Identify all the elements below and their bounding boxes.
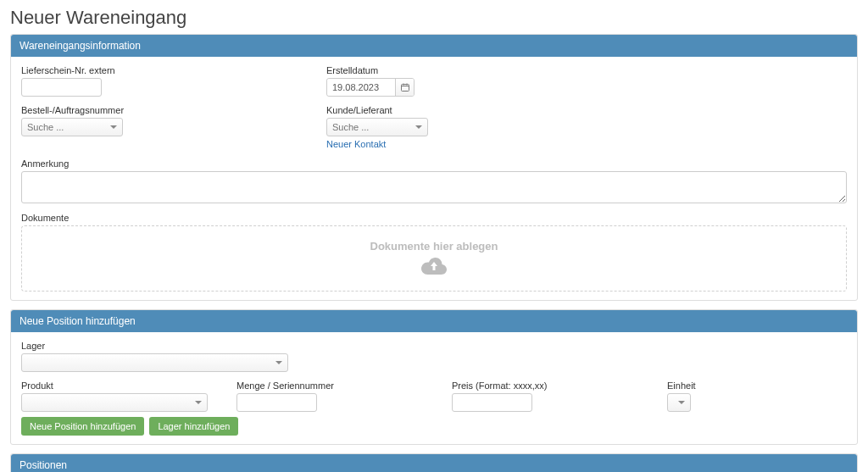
einheit-select[interactable] xyxy=(667,393,691,412)
panel-neue-position-header: Neue Position hinzufügen xyxy=(11,310,857,332)
chevron-down-icon xyxy=(195,401,202,404)
menge-input[interactable] xyxy=(236,393,317,412)
chevron-down-icon xyxy=(110,125,117,129)
panel-positionen-header: Positionen xyxy=(11,454,857,472)
kunde-select[interactable]: Suche ... xyxy=(326,118,428,136)
panel-positionen: Positionen Keine Positionen vorhanden Au… xyxy=(10,453,858,472)
preis-input[interactable] xyxy=(452,393,532,412)
svg-rect-0 xyxy=(401,85,409,92)
field-kunde: Kunde/Lieferant Suche ... Neuer Kontakt xyxy=(326,105,428,150)
kunde-placeholder: Suche ... xyxy=(332,122,369,132)
lager-label: Lager xyxy=(21,341,288,351)
panel-wareneingang-info: Wareneingangsinformation Lieferschein-Nr… xyxy=(10,34,858,301)
anmerkung-label: Anmerkung xyxy=(21,158,847,169)
dropzone-text: Dokumente hier ablegen xyxy=(370,240,498,253)
calendar-icon[interactable] xyxy=(395,79,414,96)
add-position-button[interactable]: Neue Position hinzufügen xyxy=(21,417,144,436)
chevron-down-icon xyxy=(678,401,685,404)
field-lager: Lager xyxy=(21,341,288,372)
anmerkung-textarea[interactable] xyxy=(21,171,847,203)
field-bestell: Bestell-/Auftragsnummer Suche ... xyxy=(21,105,301,150)
add-lager-button[interactable]: Lager hinzufügen xyxy=(149,417,238,436)
produkt-select[interactable] xyxy=(21,393,208,412)
produkt-label: Produkt xyxy=(21,380,225,391)
field-anmerkung: Anmerkung xyxy=(21,158,847,206)
field-lieferschein: Lieferschein-Nr. extern xyxy=(21,65,301,97)
field-menge: Menge / Seriennummer xyxy=(236,380,440,412)
bestell-select[interactable]: Suche ... xyxy=(21,118,123,136)
kunde-label: Kunde/Lieferant xyxy=(326,105,428,115)
page-title: Neuer Wareneingang xyxy=(10,7,858,29)
dokumente-label: Dokumente xyxy=(21,213,847,223)
erstelldatum-input[interactable] xyxy=(327,79,395,96)
field-dokumente: Dokumente Dokumente hier ablegen xyxy=(21,213,847,292)
einheit-label: Einheit xyxy=(667,380,718,391)
chevron-down-icon xyxy=(415,125,422,129)
upload-cloud-icon xyxy=(420,256,448,277)
field-einheit: Einheit xyxy=(667,380,718,412)
preis-label: Preis (Format: xxxx,xx) xyxy=(452,380,655,391)
menge-label: Menge / Seriennummer xyxy=(236,380,440,391)
lieferschein-label: Lieferschein-Nr. extern xyxy=(21,65,301,75)
field-preis: Preis (Format: xxxx,xx) xyxy=(452,380,655,412)
panel-wareneingang-header: Wareneingangsinformation xyxy=(11,35,857,57)
bestell-placeholder: Suche ... xyxy=(27,122,64,132)
bestell-label: Bestell-/Auftragsnummer xyxy=(21,105,301,115)
lieferschein-input[interactable] xyxy=(21,78,102,97)
field-produkt: Produkt xyxy=(21,380,225,412)
lager-select[interactable] xyxy=(21,353,288,372)
field-erstelldatum: Erstelldatum xyxy=(326,65,415,97)
panel-neue-position: Neue Position hinzufügen Lager Produkt xyxy=(10,309,858,445)
chevron-down-icon xyxy=(275,361,282,364)
neuer-kontakt-link[interactable]: Neuer Kontakt xyxy=(326,139,386,149)
dokumente-dropzone[interactable]: Dokumente hier ablegen xyxy=(21,225,847,292)
erstelldatum-label: Erstelldatum xyxy=(326,65,415,75)
